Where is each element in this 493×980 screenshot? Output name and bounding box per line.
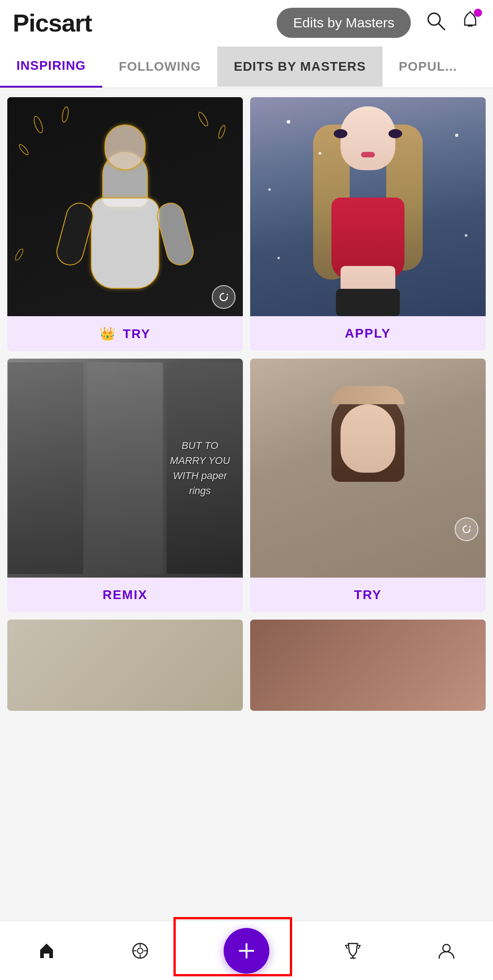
tab-inspiring[interactable]: INSPIRING	[0, 46, 102, 88]
partial-row	[7, 620, 486, 711]
card-4-image[interactable]	[250, 359, 486, 578]
edits-by-masters-button[interactable]: Edits by Masters	[277, 8, 411, 38]
partial-card-left[interactable]	[7, 620, 243, 711]
header: Picsart Edits by Masters	[0, 0, 493, 46]
card-1-action[interactable]: 👑 TRY	[7, 316, 243, 351]
card-3: BUT TO MARRY YOU WITH paper rings REMIX	[7, 359, 243, 612]
card-3-image[interactable]: BUT TO MARRY YOU WITH paper rings	[7, 359, 243, 578]
card-4-action[interactable]: TRY	[250, 578, 486, 612]
nav-explore[interactable]	[130, 941, 150, 961]
tab-bar: INSPIRING FOLLOWING EDITS BY MASTERS POP…	[0, 46, 493, 88]
app-logo: Picsart	[13, 9, 92, 37]
main-content: 👑 TRY	[0, 88, 493, 788]
card-1: 👑 TRY	[7, 97, 243, 351]
card-3-action-label: REMIX	[103, 588, 148, 602]
tab-following[interactable]: FOLLOWING	[102, 47, 217, 87]
crown-icon: 👑	[100, 326, 115, 341]
card-1-action-label: TRY	[123, 327, 151, 341]
nav-home[interactable]	[37, 941, 57, 961]
notification-badge	[474, 9, 482, 17]
collage-text: BUT TO MARRY YOU WITH paper rings	[168, 438, 232, 498]
svg-point-13	[443, 944, 450, 952]
card-4-action-label: TRY	[354, 588, 382, 602]
notifications-icon[interactable]	[460, 10, 480, 35]
card-2-image[interactable]	[250, 97, 486, 316]
search-icon[interactable]	[425, 10, 446, 35]
replay-icon-card1[interactable]	[212, 285, 236, 309]
header-actions: Edits by Masters	[277, 8, 480, 38]
tab-edits-by-masters[interactable]: EDITS BY MASTERS	[217, 47, 382, 87]
bottom-nav	[0, 921, 493, 980]
svg-line-1	[439, 24, 445, 30]
tab-popular[interactable]: POPUL...	[383, 47, 474, 87]
create-wrapper	[224, 928, 269, 974]
nav-create[interactable]	[224, 928, 269, 974]
svg-point-4	[137, 948, 143, 954]
nav-profile[interactable]	[436, 941, 456, 961]
nav-awards[interactable]	[343, 941, 363, 961]
card-2-action-label: APPLY	[345, 326, 391, 341]
partial-card-right[interactable]	[250, 620, 486, 711]
replay-icon-card4[interactable]	[455, 517, 478, 541]
content-grid: 👑 TRY	[7, 97, 486, 612]
card-1-image[interactable]	[7, 97, 243, 316]
card-2-action[interactable]: APPLY	[250, 316, 486, 351]
card-4: TRY	[250, 359, 486, 612]
card-3-action[interactable]: REMIX	[7, 578, 243, 612]
card-2: APPLY	[250, 97, 486, 351]
